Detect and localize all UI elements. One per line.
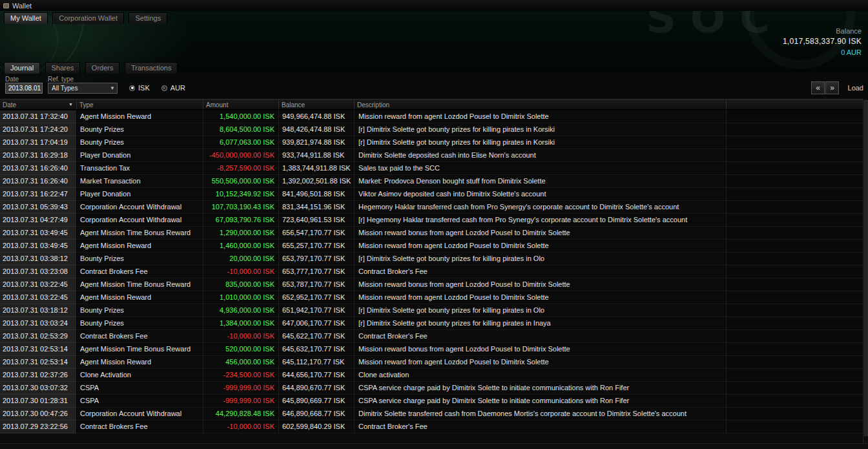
load-button[interactable]: Load [848, 84, 863, 92]
date-filter-input[interactable] [5, 83, 43, 94]
table-row[interactable]: 2013.07.31 02:53:14 Agent Mission Time B… [0, 343, 868, 356]
cell-date: 2013.07.31 03:23:08 [0, 266, 77, 278]
tab-orders[interactable]: Orders [85, 62, 120, 74]
cell-description: [r] Dimitrix Solette got bounty prizes f… [355, 317, 727, 330]
tab-corporation-wallet[interactable]: Corporation Wallet [52, 12, 124, 24]
table-row[interactable]: 2013.07.31 03:18:12 Bounty Prizes 4,936,… [0, 304, 868, 317]
cell-balance: 653,777,170.77 ISK [279, 266, 355, 278]
page-first-button[interactable]: « [811, 81, 825, 94]
cell-filler [727, 421, 868, 433]
table-row[interactable]: 2013.07.31 16:26:40 Transaction Tax -8,2… [0, 162, 868, 175]
cell-type: Agent Mission Reward [77, 291, 203, 304]
cell-balance: 723,640,961.53 ISK [279, 214, 355, 227]
cell-balance: 644,890,670.77 ISK [279, 382, 355, 395]
table-row[interactable]: 2013.07.30 01:28:31 CSPA -999,999.00 ISK… [0, 395, 868, 408]
table-row[interactable]: 2013.07.31 03:23:08 Contract Brokers Fee… [0, 266, 868, 278]
cell-type: CSPA [77, 382, 203, 395]
cell-date: 2013.07.31 02:53:14 [0, 356, 77, 369]
column-header-balance[interactable]: Balance [279, 99, 355, 109]
table-row[interactable]: 2013.07.31 03:03:24 Bounty Prizes 1,384,… [0, 317, 868, 330]
column-header-type[interactable]: Type [77, 99, 203, 109]
cell-type: Agent Mission Time Bonus Reward [77, 278, 203, 291]
cell-amount: 20,000.00 ISK [203, 253, 279, 266]
tab-my-wallet[interactable]: My Wallet [4, 12, 48, 24]
aur-radio-option[interactable]: AUR [161, 84, 185, 92]
cell-date: 2013.07.31 16:26:40 [0, 162, 77, 175]
balance-aur-value: 0 AUR [783, 48, 862, 56]
table-row[interactable]: 2013.07.31 03:22:45 Agent Mission Time B… [0, 278, 868, 291]
column-header-amount[interactable]: Amount [203, 99, 279, 109]
cell-amount: -10,000.00 ISK [203, 266, 279, 278]
table-row[interactable]: 2013.07.30 00:47:26 Corporation Account … [0, 408, 868, 421]
sub-tab-bar: Journal Shares Orders Transactions [4, 61, 180, 74]
balance-panel: Balance 1,017,583,337.90 ISK 0 AUR [783, 27, 862, 56]
cell-date: 2013.07.31 03:49:45 [0, 240, 77, 253]
radio-selected-icon [129, 85, 135, 91]
table-row[interactable]: 2013.07.31 02:53:29 Contract Brokers Fee… [0, 330, 868, 343]
tab-transactions[interactable]: Transactions [125, 62, 178, 74]
cell-type: Agent Mission Reward [77, 240, 203, 253]
cell-filler [727, 343, 868, 356]
cell-balance: 652,952,170.77 ISK [279, 291, 355, 304]
table-row[interactable]: 2013.07.31 04:27:49 Corporation Account … [0, 214, 868, 227]
table-row[interactable]: 2013.07.31 03:49:45 Agent Mission Time B… [0, 227, 868, 240]
date-filter-label: Date [5, 76, 19, 83]
ref-type-label: Ref. type [48, 76, 74, 83]
cell-amount: 550,506,000.00 ISK [203, 175, 279, 188]
column-header-description[interactable]: Description [355, 99, 727, 109]
cell-filler [727, 149, 868, 162]
cell-balance: 653,787,170.77 ISK [279, 278, 355, 291]
cell-description: Mission reward from agent Lozdod Pousel … [355, 240, 727, 253]
cell-description: Mission reward from agent Lozdod Pousel … [355, 291, 727, 304]
table-row[interactable]: 2013.07.31 17:32:40 Agent Mission Reward… [0, 110, 868, 123]
cell-description: CSPA service charge paid by Dimitrix Sol… [355, 395, 727, 408]
filter-bar: Date Ref. type All Types ▼ ISK AUR « » L… [0, 72, 868, 99]
cell-amount: 1,384,000.00 ISK [203, 317, 279, 330]
ref-type-dropdown[interactable]: All Types ▼ [48, 83, 118, 94]
horizontal-scrollbar[interactable] [0, 443, 868, 449]
cell-balance: 831,344,151.96 ISK [279, 201, 355, 214]
cell-description: [r] Dimitrix Solette got bounty prizes f… [355, 304, 727, 317]
cell-filler [727, 304, 868, 317]
table-row[interactable]: 2013.07.31 02:37:26 Clone Activation -23… [0, 369, 868, 382]
table-row[interactable]: 2013.07.30 03:07:32 CSPA -999,999.00 ISK… [0, 382, 868, 395]
table-row[interactable]: 2013.07.31 16:22:47 Player Donation 10,1… [0, 188, 868, 201]
isk-radio-option[interactable]: ISK [129, 84, 150, 92]
journal-rows: 2013.07.31 17:32:40 Agent Mission Reward… [0, 110, 868, 443]
cell-amount: 6,077,063.00 ISK [203, 136, 279, 149]
sort-descending-icon: ▼ [68, 102, 73, 107]
cell-amount: -10,000.00 ISK [203, 421, 279, 433]
tab-settings[interactable]: Settings [129, 12, 167, 24]
table-row[interactable]: 2013.07.29 23:22:56 Contract Brokers Fee… [0, 421, 868, 433]
cell-description: Sales tax paid to the SCC [355, 162, 727, 175]
table-row[interactable]: 2013.07.31 02:53:14 Agent Mission Reward… [0, 356, 868, 369]
cell-date: 2013.07.31 03:18:12 [0, 304, 77, 317]
cell-balance: 644,656,170.77 ISK [279, 369, 355, 382]
chevron-down-icon: ▼ [110, 85, 115, 91]
cell-filler [727, 227, 868, 240]
table-row[interactable]: 2013.07.31 17:04:19 Bounty Prizes 6,077,… [0, 136, 868, 149]
table-row[interactable]: 2013.07.31 16:29:18 Player Donation -450… [0, 149, 868, 162]
table-row[interactable]: 2013.07.31 17:24:20 Bounty Prizes 8,604,… [0, 123, 868, 136]
page-last-button[interactable]: » [825, 81, 839, 94]
table-row[interactable]: 2013.07.31 16:26:40 Market Transaction 5… [0, 175, 868, 188]
cell-date: 2013.07.31 17:04:19 [0, 136, 77, 149]
cell-balance: 841,496,501.88 ISK [279, 188, 355, 201]
vertical-scrollbar[interactable] [863, 99, 868, 443]
column-header-date[interactable]: Date ▼ [0, 99, 77, 109]
table-row[interactable]: 2013.07.31 05:39:43 Corporation Account … [0, 201, 868, 214]
table-row[interactable]: 2013.07.31 03:38:12 Bounty Prizes 20,000… [0, 253, 868, 266]
cell-type: Contract Brokers Fee [77, 421, 203, 433]
tab-journal[interactable]: Journal [4, 62, 40, 74]
ref-type-selected-value: All Types [52, 85, 78, 92]
cell-type: Transaction Tax [77, 162, 203, 175]
vertical-scrollbar-thumb[interactable] [864, 100, 868, 436]
radio-unselected-icon [161, 85, 167, 91]
cell-amount: -999,999.00 ISK [203, 395, 279, 408]
table-row[interactable]: 2013.07.31 03:22:45 Agent Mission Reward… [0, 291, 868, 304]
cell-amount: -234,500.00 ISK [203, 369, 279, 382]
window-titlebar[interactable]: Wallet [0, 0, 868, 11]
table-row[interactable]: 2013.07.31 03:49:45 Agent Mission Reward… [0, 240, 868, 253]
cell-type: Corporation Account Withdrawal [77, 201, 203, 214]
tab-shares[interactable]: Shares [45, 62, 81, 74]
